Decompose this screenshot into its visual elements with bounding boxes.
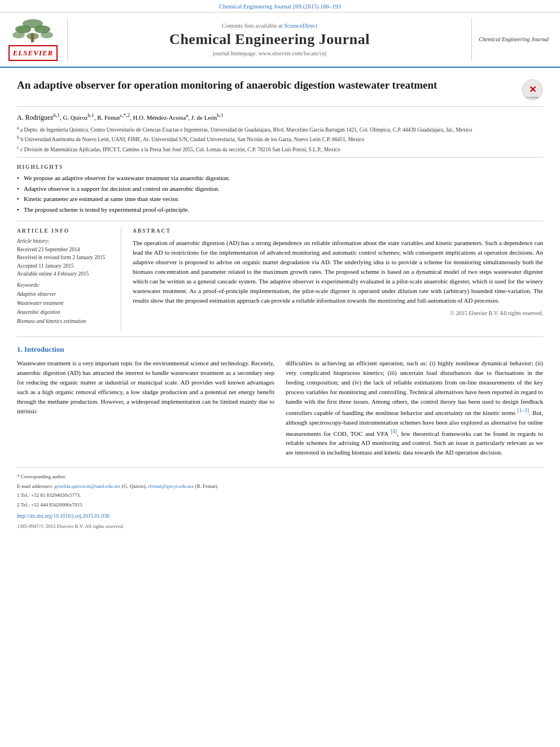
journal-homepage: journal homepage: www.elsevier.com/locat… xyxy=(213,50,327,56)
doi-link[interactable]: http://dx.doi.org/10.1016/j.cej.2015.01.… xyxy=(17,512,543,521)
introduction-section: 1. Introduction Wastewater treatment is … xyxy=(17,337,543,462)
crossmark-icon[interactable]: ✕ CrossMark xyxy=(522,79,543,101)
intro-para-1: Wastewater treatment is a very important… xyxy=(17,359,274,416)
sciencedirect-link[interactable]: Contents lists available at ScienceDirec… xyxy=(222,23,317,29)
journal-ref-text: Chemical Engineering Journal 269 (2015) … xyxy=(219,3,341,10)
affiliation-c: c c División de Matemáticas Aplicadas, I… xyxy=(17,145,543,154)
authors-section: A. Rodríguezb,1, G. Quirozb,1, R. Fematc… xyxy=(17,107,543,158)
keywords-label: Keywords: xyxy=(17,282,113,288)
journal-logo-text: Chemical Engineering Journal xyxy=(471,18,549,61)
journal-header: ELSEVIER Contents lists available at Sci… xyxy=(0,12,560,68)
footer-section: * Corresponding author. E-mail addresses… xyxy=(17,468,543,534)
received-date: Received 23 September 2014 xyxy=(17,246,113,254)
tel2-note: 2 Tel.: +52 444 83420000x7015. xyxy=(17,501,543,509)
svg-point-3 xyxy=(12,32,25,38)
ref-4[interactable]: [4] xyxy=(391,429,397,434)
journal-title: Chemical Engineering Journal xyxy=(169,31,370,48)
elsevier-brand: ELSEVIER xyxy=(8,45,58,61)
revised-date: Received in revised form 2 January 2015 xyxy=(17,254,113,261)
authors-line: A. Rodríguezb,1, G. Quirozb,1, R. Fematc… xyxy=(17,111,543,123)
svg-text:✕: ✕ xyxy=(529,85,536,94)
article-info-abstract: ARTICLE INFO Article history: Received 2… xyxy=(17,221,543,337)
keyword: Anaerobic digestion xyxy=(17,308,113,317)
accepted-date: Accepted 11 January 2015 xyxy=(17,262,113,270)
highlight-item: Kinetic parameter are estimated at same … xyxy=(17,194,543,204)
issn-line: 1385-8947/© 2015 Elsevier B.V. All right… xyxy=(17,522,543,530)
article-info-label: ARTICLE INFO xyxy=(17,228,113,234)
svg-text:CrossMark: CrossMark xyxy=(526,96,539,99)
highlights-label: HIGHLIGHTS xyxy=(17,164,543,170)
email-note: E-mail addresses: griselda.quirozcm@uanl… xyxy=(17,482,543,490)
journal-reference: Chemical Engineering Journal 269 (2015) … xyxy=(0,0,560,12)
copyright: © 2015 Elsevier B.V. All rights reserved… xyxy=(133,310,543,316)
history-title: Article history: xyxy=(17,238,113,244)
highlight-item: We propose an adaptive observer for wast… xyxy=(17,173,543,183)
ref-1-3[interactable]: [1–3] xyxy=(518,408,530,413)
article-title-section: An adaptive observer for operation monit… xyxy=(17,68,543,107)
abstract-text: The operation of anaerobic digestion (AD… xyxy=(133,238,543,305)
article-history: Article history: Received 23 September 2… xyxy=(17,238,113,278)
abstract-col: ABSTRACT The operation of anaerobic dige… xyxy=(133,228,543,331)
affiliations: a a Depto. de Ingeniería Química, Centro… xyxy=(17,125,543,154)
keyword: Wastewater treatment xyxy=(17,299,113,308)
article-title: An adaptive observer for operation monit… xyxy=(17,78,513,93)
intro-heading: 1. Introduction xyxy=(17,345,543,354)
intro-para-2: difficulties in achieving an efficient o… xyxy=(286,359,543,458)
article-info-col: ARTICLE INFO Article history: Received 2… xyxy=(17,228,121,331)
email-quiroz[interactable]: griselda.quirozcm@uanl.edu.mx xyxy=(54,483,121,489)
journal-title-section: Contents lists available at ScienceDirec… xyxy=(75,18,465,61)
highlight-item: The proposed scheme is tested by experim… xyxy=(17,205,543,215)
intro-col-left: Wastewater treatment is a very important… xyxy=(17,359,274,462)
intro-body: Wastewater treatment is a very important… xyxy=(17,359,543,462)
keywords-section: Keywords: Adaptive observer Wastewater t… xyxy=(17,282,113,326)
affiliation-b: b b Universidad Autónoma de Nuevo León, … xyxy=(17,134,543,143)
available-date: Available online 4 February 2015 xyxy=(17,270,113,278)
elsevier-name: ELSEVIER xyxy=(13,49,54,57)
keyword: Biomass and kinetics estimation xyxy=(17,317,113,326)
keywords-list: Adaptive observer Wastewater treatment A… xyxy=(17,290,113,326)
email-femat[interactable]: rfemat@ipicyt.edu.mx xyxy=(148,483,194,489)
highlight-item: Adaptive observer is a support for decis… xyxy=(17,184,543,194)
highlights-section: HIGHLIGHTS We propose an adaptive observ… xyxy=(17,158,543,221)
tel1-note: 1 Tel.: +52 81 83294020x5773. xyxy=(17,491,543,499)
corresponding-note: * Corresponding author. xyxy=(17,473,543,480)
keyword: Adaptive observer xyxy=(17,290,113,299)
intro-col-right: difficulties in achieving an efficient o… xyxy=(286,359,543,462)
affiliation-a: a a Depto. de Ingeniería Química, Centro… xyxy=(17,125,543,134)
paper-content: An adaptive observer for operation monit… xyxy=(0,68,560,534)
svg-point-5 xyxy=(41,32,53,38)
abstract-label: ABSTRACT xyxy=(133,228,543,234)
svg-rect-6 xyxy=(31,34,34,42)
elsevier-logo-section: ELSEVIER xyxy=(6,18,68,61)
elsevier-tree-icon xyxy=(12,18,54,43)
